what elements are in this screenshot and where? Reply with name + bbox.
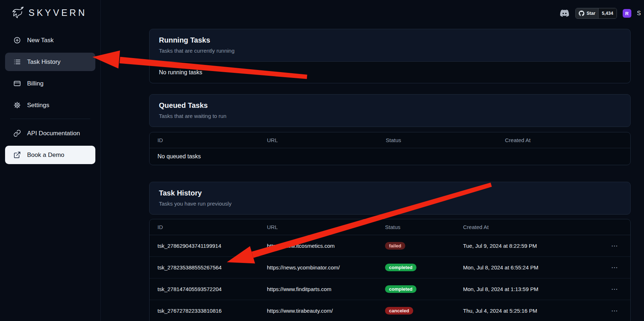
task-id: tsk_278235388555267564	[150, 257, 267, 278]
task-created-at: Mon, Jul 8, 2024 at 1:13:59 PM	[463, 278, 604, 300]
status-badge: completed	[385, 264, 416, 271]
sidebar: SKYVERN New Task Task History	[0, 0, 101, 321]
running-tasks-card: Running Tasks Tasks that are currently r…	[149, 29, 631, 83]
section-title: Task History	[159, 189, 621, 197]
queued-tasks-table: ID URL Status Created At No queued tasks	[149, 132, 631, 165]
queued-tasks-empty-state: No queued tasks	[150, 148, 630, 165]
topbar-right: Star 5,434 R S	[559, 8, 641, 19]
task-created-at: Thu, Jul 4, 2024 at 5:25:16 PM	[463, 300, 604, 321]
task-row[interactable]: tsk_278147405593572204 https://www.findi…	[150, 278, 630, 300]
task-url: https://www.tirabeauty.com/	[267, 300, 385, 321]
sidebar-divider	[10, 119, 90, 119]
task-history-header: Task History Tasks you have run previous…	[150, 182, 630, 214]
sidebar-item-label: Task History	[27, 58, 61, 66]
github-star-count[interactable]: 5,434	[598, 8, 616, 18]
column-header-url: URL	[267, 132, 386, 148]
task-id: tsk_278147405593572204	[150, 278, 267, 300]
column-header-status: Status	[385, 219, 463, 235]
section-queued-tasks: Queued Tasks Tasks that are waiting to r…	[149, 94, 631, 165]
sidebar-item-label: Billing	[27, 80, 43, 87]
queued-tasks-card: Queued Tasks Tasks that are waiting to r…	[149, 94, 631, 127]
column-header-status: Status	[386, 132, 505, 148]
task-row[interactable]: tsk_278629043741199914 https://www.itcos…	[150, 235, 630, 257]
sidebar-item-label: Book a Demo	[27, 151, 64, 159]
status-badge: failed	[385, 242, 405, 250]
queued-tasks-header: Queued Tasks Tasks that are waiting to r…	[150, 94, 630, 127]
credit-card-icon	[13, 80, 21, 87]
github-star-label: Star	[587, 11, 595, 16]
task-id: tsk_276727822333810816	[150, 300, 267, 321]
list-icon	[13, 58, 21, 66]
task-history-table: ID URL Status Created At tsk_27862904374…	[149, 219, 631, 321]
avatar[interactable]: R	[623, 9, 631, 18]
status-badge: completed	[385, 285, 416, 293]
section-title: Queued Tasks	[159, 101, 621, 110]
github-star-button[interactable]: Star	[576, 8, 598, 18]
column-header-url: URL	[267, 219, 385, 235]
sidebar-nav: New Task Task History Billing	[0, 31, 100, 164]
column-header-created-at: Created At	[463, 219, 604, 235]
github-icon	[579, 10, 584, 16]
column-header-created-at: Created At	[505, 132, 630, 148]
gear-icon	[13, 101, 21, 109]
sidebar-item-api-documentation[interactable]: API Documentation	[5, 124, 95, 142]
column-header-id: ID	[150, 219, 267, 235]
column-header-id: ID	[150, 132, 267, 148]
running-tasks-empty-state: No running tasks	[150, 61, 630, 83]
sidebar-item-settings[interactable]: Settings	[5, 96, 95, 114]
empty-row: No queued tasks	[150, 148, 630, 165]
task-created-at: Tue, Jul 9, 2024 at 8:22:59 PM	[463, 235, 604, 257]
sidebar-item-billing[interactable]: Billing	[5, 74, 95, 93]
row-actions-menu-icon[interactable]: ⋯	[611, 264, 623, 271]
section-running-tasks: Running Tasks Tasks that are currently r…	[149, 29, 631, 83]
task-created-at: Mon, Jul 8, 2024 at 6:55:24 PM	[463, 257, 604, 278]
row-actions-menu-icon[interactable]: ⋯	[611, 307, 623, 315]
sidebar-item-label: API Documentation	[27, 130, 80, 137]
sidebar-item-task-history[interactable]: Task History	[5, 53, 95, 71]
brand-name: SKYVERN	[29, 8, 87, 18]
sidebar-item-label: New Task	[27, 37, 53, 44]
main-content: Running Tasks Tasks that are currently r…	[101, 0, 644, 321]
task-id: tsk_278629043741199914	[150, 235, 267, 257]
user-name-partial: S	[637, 10, 641, 17]
sidebar-item-book-a-demo[interactable]: Book a Demo	[5, 146, 95, 164]
table-header-row: ID URL Status Created At	[150, 219, 630, 235]
status-badge: canceled	[385, 307, 413, 315]
link-icon	[13, 129, 21, 137]
column-header-actions	[604, 219, 630, 235]
row-actions-menu-icon[interactable]: ⋯	[611, 285, 623, 293]
section-subtitle: Tasks that are waiting to run	[159, 113, 621, 119]
task-url: https://www.itcosmetics.com	[267, 235, 385, 257]
discord-icon[interactable]	[559, 9, 570, 17]
section-task-history: Task History Tasks you have run previous…	[149, 182, 631, 321]
skyvern-dragon-icon	[9, 4, 25, 21]
external-link-icon	[13, 151, 21, 159]
sidebar-item-label: Settings	[27, 102, 49, 109]
section-subtitle: Tasks you have run previously	[159, 201, 621, 207]
task-url: https://news.ycombinator.com/	[267, 257, 385, 278]
running-tasks-header: Running Tasks Tasks that are currently r…	[150, 29, 630, 61]
task-row[interactable]: tsk_276727822333810816 https://www.tirab…	[150, 300, 630, 321]
brand-logo[interactable]: SKYVERN	[0, 0, 100, 21]
task-url: https://www.finditparts.com	[267, 278, 385, 300]
plus-circle-icon	[13, 36, 21, 44]
row-actions-menu-icon[interactable]: ⋯	[611, 242, 623, 250]
table-header-row: ID URL Status Created At	[150, 132, 630, 148]
github-star-widget: Star 5,434	[575, 8, 617, 19]
section-subtitle: Tasks that are currently running	[159, 48, 621, 54]
section-title: Running Tasks	[159, 36, 621, 44]
task-history-card: Task History Tasks you have run previous…	[149, 182, 631, 215]
sidebar-item-new-task[interactable]: New Task	[5, 31, 95, 49]
task-row[interactable]: tsk_278235388555267564 https://news.ycom…	[150, 257, 630, 278]
